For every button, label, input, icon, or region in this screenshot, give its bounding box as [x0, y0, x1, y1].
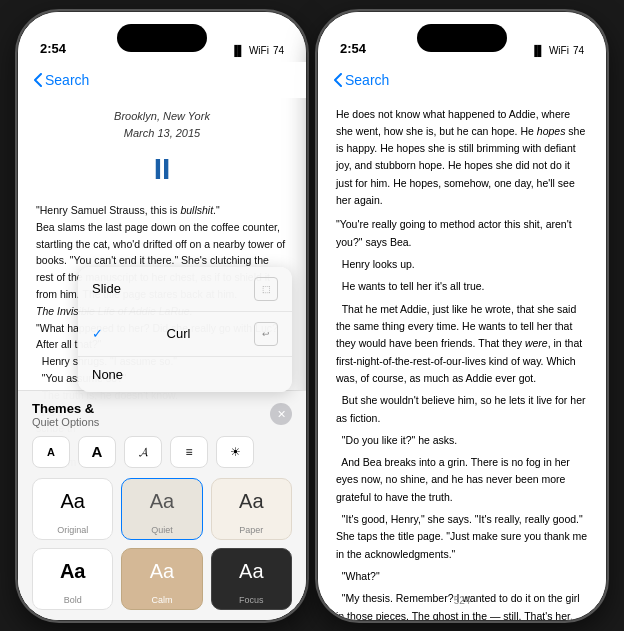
font-format-icon: ≡	[185, 445, 192, 459]
signal-icon: ▐▌	[231, 45, 245, 56]
theme-original-card[interactable]: Aa Original	[32, 478, 113, 540]
right-wifi-icon: WiFi	[549, 45, 569, 56]
brightness-icon: ☀	[230, 445, 241, 459]
themes-title-area: Themes & Quiet Options	[32, 401, 99, 428]
theme-calm-aa: Aa	[150, 560, 174, 583]
font-style-icon: 𝓐	[139, 445, 148, 459]
themes-panel: Themes & Quiet Options ✕ A A 𝓐	[18, 390, 306, 620]
font-increase-button[interactable]: A	[78, 436, 116, 468]
theme-focus-card[interactable]: Aa Focus	[211, 548, 292, 610]
right-status-icons: ▐▌ WiFi 74	[531, 45, 584, 56]
curl-check: ✓	[92, 326, 103, 341]
themes-title: Themes &	[32, 401, 99, 416]
right-book-content: He does not know what happened to Addie,…	[318, 98, 606, 590]
curl-label: Curl	[167, 326, 191, 341]
font-small-label: A	[47, 446, 55, 458]
theme-original-aa: Aa	[60, 490, 84, 513]
right-back-button[interactable]: Search	[334, 72, 389, 88]
font-large-label: A	[92, 443, 103, 460]
slide-icon: ⬚	[254, 277, 278, 301]
right-signal-icon: ▐▌	[531, 45, 545, 56]
slide-option[interactable]: Slide ⬚	[78, 267, 292, 312]
dynamic-island-right	[417, 24, 507, 52]
wifi-icon: WiFi	[249, 45, 269, 56]
slide-curl-menu: Slide ⬚ ✓ Curl ↩ None	[78, 267, 292, 392]
right-status-time: 2:54	[340, 41, 366, 56]
right-para-7: "Do you like it?" he asks.	[336, 432, 588, 449]
close-button[interactable]: ✕	[270, 403, 292, 425]
right-para-6: But she wouldn't believe him, so he lets…	[336, 392, 588, 427]
right-nav-bar: Search	[318, 62, 606, 98]
curl-icon: ↩	[254, 322, 278, 346]
right-para-2: "You're really going to method actor thi…	[336, 216, 588, 251]
font-format-button[interactable]: ≡	[170, 436, 208, 468]
dynamic-island-left	[117, 24, 207, 52]
left-status-icons: ▐▌ WiFi 74	[231, 45, 284, 56]
brightness-button[interactable]: ☀	[216, 436, 254, 468]
page-number: 524	[454, 595, 471, 606]
theme-calm-label: Calm	[151, 595, 172, 605]
left-back-button[interactable]: Search	[34, 72, 89, 88]
theme-paper-card[interactable]: Aa Paper	[211, 478, 292, 540]
theme-focus-aa: Aa	[239, 560, 263, 583]
right-phone: 2:54 ▐▌ WiFi 74 Search He does not kn	[317, 11, 607, 621]
right-para-9: "It's good, Henry," she says. "It's real…	[336, 511, 588, 563]
font-style-button[interactable]: 𝓐	[124, 436, 162, 468]
none-label: None	[92, 367, 123, 382]
left-phone: 2:54 ▐▌ WiFi 74 Search Bro	[17, 11, 307, 621]
right-para-1: He does not know what happened to Addie,…	[336, 106, 588, 210]
theme-bold-label: Bold	[64, 595, 82, 605]
theme-bold-card[interactable]: Aa Bold	[32, 548, 113, 610]
right-battery-icon: 74	[573, 45, 584, 56]
themes-subtitle: Quiet Options	[32, 416, 99, 428]
theme-quiet-aa: Aa	[150, 490, 174, 513]
curl-option[interactable]: ✓ Curl ↩	[78, 312, 292, 357]
right-back-label: Search	[345, 72, 389, 88]
none-option[interactable]: None	[78, 357, 292, 392]
theme-focus-label: Focus	[239, 595, 264, 605]
left-nav-bar: Search	[18, 62, 306, 98]
book-header: Brooklyn, New York March 13, 2015 II	[36, 108, 288, 193]
theme-original-label: Original	[57, 525, 88, 535]
theme-quiet-card[interactable]: Aa Quiet	[121, 478, 202, 540]
themes-grid: Aa Original Aa Quiet Aa Paper Aa Bold	[32, 478, 292, 610]
phones-container: 2:54 ▐▌ WiFi 74 Search Bro	[7, 1, 617, 631]
themes-header: Themes & Quiet Options ✕	[32, 401, 292, 428]
left-back-label: Search	[45, 72, 89, 88]
left-status-time: 2:54	[40, 41, 66, 56]
right-para-5: That he met Addie, just like he wrote, t…	[336, 301, 588, 388]
right-para-4: He wants to tell her it's all true.	[336, 278, 588, 295]
theme-bold-aa: Aa	[60, 560, 86, 583]
theme-paper-aa: Aa	[239, 490, 263, 513]
book-location: Brooklyn, New York	[36, 108, 288, 125]
left-screen: 2:54 ▐▌ WiFi 74 Search Bro	[18, 12, 306, 620]
right-para-10: "What?"	[336, 568, 588, 585]
font-size-row: A A 𝓐 ≡ ☀	[32, 436, 292, 468]
slide-label: Slide	[92, 281, 121, 296]
right-screen: 2:54 ▐▌ WiFi 74 Search He does not kn	[318, 12, 606, 620]
font-decrease-button[interactable]: A	[32, 436, 70, 468]
right-para-3: Henry looks up.	[336, 256, 588, 273]
book-date: March 13, 2015	[36, 125, 288, 142]
battery-icon: 74	[273, 45, 284, 56]
book-chapter: II	[36, 146, 288, 193]
right-para-8: And Bea breaks into a grin. There is no …	[336, 454, 588, 506]
theme-calm-card[interactable]: Aa Calm	[121, 548, 202, 610]
theme-quiet-label: Quiet	[151, 525, 173, 535]
theme-paper-label: Paper	[239, 525, 263, 535]
